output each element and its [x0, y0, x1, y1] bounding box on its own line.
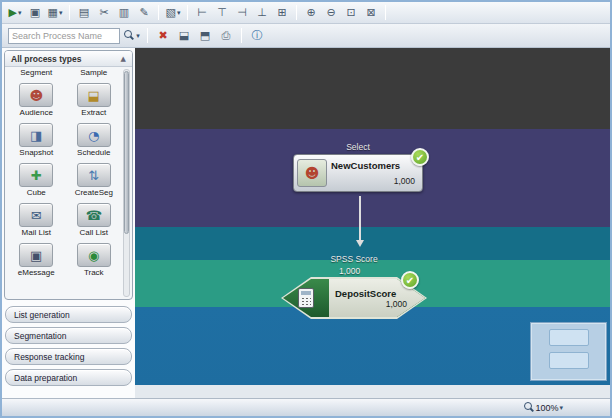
accordion-label: Response tracking: [14, 352, 84, 362]
palette-item-track[interactable]: ◉ Track: [68, 241, 121, 277]
palette-item-createseg[interactable]: ⇅ CreateSeg: [68, 161, 121, 197]
layout-menu-button[interactable]: ▦ ▾: [46, 4, 64, 22]
delete-button[interactable]: ✖: [154, 27, 172, 45]
main-toolbar: ▶ ▾ ▣ ▦ ▾ ▤ ✂ ▥ ✎ ▧ ▾ ⊢: [2, 2, 610, 24]
flowchart-editor-window: ▶ ▾ ▣ ▦ ▾ ▤ ✂ ▥ ✎ ▧ ▾ ⊢: [0, 0, 612, 418]
chevron-down-icon: ▾: [18, 9, 22, 17]
save-as-icon: ⬒: [200, 30, 210, 41]
palette-item-label: eMessage: [18, 268, 55, 277]
info-button[interactable]: ⓘ: [248, 27, 266, 45]
display-options-icon: ▧: [166, 7, 176, 18]
toolbar-separator: [147, 28, 148, 43]
accordion-data-preparation[interactable]: Data preparation: [5, 369, 132, 386]
cube-process-icon: ✚: [19, 163, 53, 187]
search-icon: [124, 30, 135, 41]
palette-item-mail-list[interactable]: ✉ Mail List: [10, 201, 63, 237]
toolbar-separator: [187, 5, 188, 20]
grid-icon: ⊞: [277, 7, 286, 18]
palette-body: ▤ Segment ▦ Sample ☻ Audience ⬓: [5, 67, 132, 299]
toolbar-separator: [296, 5, 297, 20]
align-right-button[interactable]: ⊣: [233, 4, 251, 22]
palette-item-emessage[interactable]: ▣ eMessage: [10, 241, 63, 277]
zoom-region-button[interactable]: ⊡: [342, 4, 360, 22]
createseg-process-icon: ⇅: [77, 163, 111, 187]
palette-item-extract[interactable]: ⬓ Extract: [68, 81, 121, 117]
overview-minimap[interactable]: [530, 322, 607, 381]
track-process-icon: ◉: [77, 243, 111, 267]
save-as-button[interactable]: ⬒: [196, 27, 214, 45]
search-button[interactable]: ▾: [123, 27, 141, 45]
palette-scrollbar[interactable]: [123, 69, 130, 297]
align-bottom-icon: ⊥: [257, 7, 267, 18]
palette-item-label: Mail List: [22, 228, 51, 237]
palette-item-label: Cube: [27, 188, 46, 197]
palette-item-audience[interactable]: ☻ Audience: [10, 81, 63, 117]
success-check-badge: ✔: [411, 148, 429, 166]
save-button[interactable]: ⬓: [175, 27, 193, 45]
audience-process-icon: ☻: [19, 83, 53, 107]
process-node-newcustomers[interactable]: Select ☻ NewCustomers 1,000 ✔: [293, 142, 423, 192]
calculator-icon: [298, 288, 314, 308]
palette-item-schedule[interactable]: ◔ Schedule: [68, 121, 121, 157]
node-body[interactable]: ☻ NewCustomers 1,000 ✔: [293, 154, 423, 192]
palette-item-cube[interactable]: ✚ Cube: [10, 161, 63, 197]
palette-item-label: CreateSeg: [75, 188, 113, 197]
save-icon: ⬓: [179, 30, 189, 41]
status-bar: 100% ▾: [2, 398, 610, 416]
palette-title: All process types: [11, 54, 81, 64]
palette-header[interactable]: All process types ▲: [5, 51, 132, 67]
info-icon: ⓘ: [252, 30, 263, 41]
zoom-region-icon: ⊡: [346, 7, 355, 18]
palette-item-label: Call List: [80, 228, 108, 237]
process-node-depositscore[interactable]: SPSS Score 1,000 DepositScore 1,000 ✔: [281, 254, 427, 319]
scissors-icon: ✂: [99, 7, 108, 18]
display-options-button[interactable]: ▧ ▾: [164, 4, 182, 22]
print-button[interactable]: ⎙: [217, 27, 235, 45]
mail-list-process-icon: ✉: [19, 203, 53, 227]
toolbar-separator: [158, 5, 159, 20]
paste-icon: ▥: [119, 7, 129, 18]
process-config-button[interactable]: ▣: [26, 4, 44, 22]
search-process-input[interactable]: [8, 28, 120, 44]
palette-item-label: Sample: [80, 68, 107, 77]
zoom-out-button[interactable]: ⊖: [322, 4, 340, 22]
align-left-button[interactable]: ⊢: [193, 4, 211, 22]
node-body[interactable]: DepositScore 1,000 ✔: [281, 277, 427, 319]
palette-item-call-list[interactable]: ☎ Call List: [68, 201, 121, 237]
zoom-level: 100%: [535, 403, 558, 413]
copy-button[interactable]: ▤: [75, 4, 93, 22]
node-record-count: 1,000: [331, 176, 415, 186]
chevron-down-icon: ▾: [559, 404, 563, 412]
palette-item-sample[interactable]: ▦ Sample: [68, 67, 121, 77]
accordion-segmentation[interactable]: Segmentation: [5, 327, 132, 344]
flowchart-canvas[interactable]: Select ☻ NewCustomers 1,000 ✔ SPSS Score…: [135, 48, 610, 385]
paste-button[interactable]: ▥: [115, 4, 133, 22]
accordion-list-generation[interactable]: List generation: [5, 306, 132, 323]
align-bottom-button[interactable]: ⊥: [253, 4, 271, 22]
palette-grid: ▤ Segment ▦ Sample ☻ Audience ⬓: [10, 67, 120, 277]
align-top-button[interactable]: ⊤: [213, 4, 231, 22]
zoom-in-button[interactable]: ⊕: [302, 4, 320, 22]
node-record-count: 1,000: [335, 299, 409, 309]
zoom-out-icon: ⊖: [326, 7, 335, 18]
palette-item-segment[interactable]: ▤ Segment: [10, 67, 63, 77]
run-flowchart-button[interactable]: ▶ ▾: [6, 4, 24, 22]
zoom-control[interactable]: 100% ▾: [523, 399, 564, 417]
fit-window-icon: ⊠: [366, 7, 375, 18]
accordion-response-tracking[interactable]: Response tracking: [5, 348, 132, 365]
emessage-process-icon: ▣: [19, 243, 53, 267]
annotate-button[interactable]: ✎: [135, 4, 153, 22]
snap-grid-button[interactable]: ⊞: [273, 4, 291, 22]
process-box-icon: ▣: [30, 7, 40, 18]
palette-item-label: Audience: [20, 108, 53, 117]
palette-item-snapshot[interactable]: ◨ Snapshot: [10, 121, 63, 157]
call-list-process-icon: ☎: [77, 203, 111, 227]
cut-button[interactable]: ✂: [95, 4, 113, 22]
palette-item-label: Extract: [81, 108, 106, 117]
fit-to-window-button[interactable]: ⊠: [362, 4, 380, 22]
zoom-magnifier-icon: [524, 402, 535, 413]
scrollbar-thumb[interactable]: [124, 71, 129, 234]
chevron-down-icon: ▾: [136, 32, 140, 40]
minimap-node: [549, 352, 589, 369]
chevron-down-icon: ▾: [177, 9, 181, 17]
